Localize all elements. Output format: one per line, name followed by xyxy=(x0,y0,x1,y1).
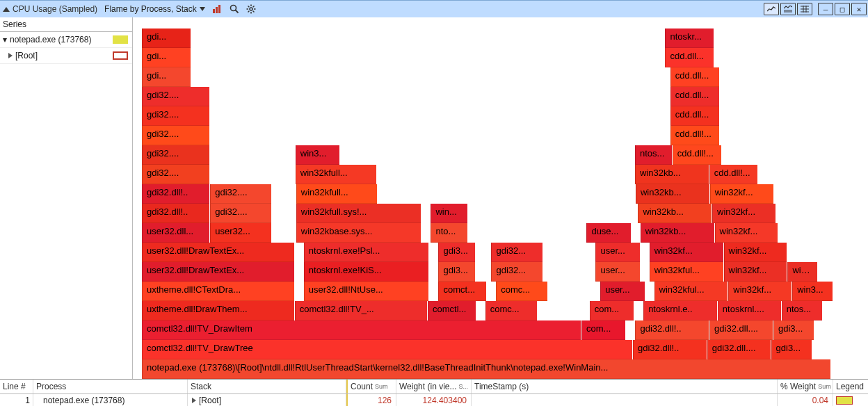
flame-frame[interactable]: win32kfull... xyxy=(296,165,376,184)
flame-frame[interactable]: uxtheme.dll!CTextDra... xyxy=(142,282,294,301)
flame-frame[interactable]: win... xyxy=(431,204,467,223)
flame-frame[interactable]: cdd.dll!... xyxy=(670,126,719,145)
preset-dropdown[interactable]: Flame by Process, Stack xyxy=(102,3,208,15)
flame-frame[interactable]: cdd.dll... xyxy=(670,67,719,87)
cell-stack[interactable]: [Root] xyxy=(188,394,346,407)
flame-frame[interactable]: gdi32.... xyxy=(142,145,209,165)
flame-frame[interactable]: win32kb... xyxy=(641,223,714,243)
flame-frame[interactable]: com... xyxy=(590,301,634,320)
flame-frame[interactable]: gdi32.... xyxy=(210,184,271,204)
flame-frame[interactable]: nto... xyxy=(431,223,467,243)
flame-frame[interactable]: ntoskr... xyxy=(665,29,714,48)
flame-frame[interactable]: gdi... xyxy=(142,48,191,67)
series-item-root[interactable]: [Root] xyxy=(0,48,132,64)
flame-frame[interactable]: win32kbase.sys... xyxy=(296,223,421,243)
table-row[interactable]: 1 notepad.exe (173768) [Root] 126 124.40… xyxy=(0,394,868,407)
flame-frame[interactable]: win32kf... xyxy=(710,184,773,204)
series-item-process[interactable]: ▾ notepad.exe (173768) xyxy=(0,32,132,48)
flame-frame[interactable]: gdi3... xyxy=(438,262,475,282)
flame-frame[interactable]: win32kful... xyxy=(650,262,723,282)
flame-frame[interactable]: comc... xyxy=(485,301,537,320)
flame-frame[interactable]: win32kb... xyxy=(635,165,709,184)
flame-frame[interactable]: gdi32.dll.... xyxy=(709,320,773,340)
flame-frame[interactable]: ntoskrnl.exe!KiS... xyxy=(304,262,429,282)
flame-frame[interactable]: ntoskrnl.... xyxy=(718,301,781,320)
flame-frame[interactable]: user32.dll... xyxy=(142,223,209,243)
flame-frame[interactable]: win32kb... xyxy=(638,204,712,223)
flame-frame[interactable]: comc... xyxy=(496,282,547,301)
col-line[interactable]: Line # xyxy=(0,380,33,393)
view-chart-table-icon[interactable] xyxy=(780,3,796,15)
flame-frame[interactable]: gdi32.dll!.. xyxy=(142,204,209,223)
flame-frame[interactable]: comctl32.dll!TV_DrawItem xyxy=(142,320,581,340)
collapse-triangle-icon[interactable] xyxy=(3,7,10,12)
flame-frame[interactable]: win32kf... xyxy=(715,223,778,243)
view-table-only-icon[interactable] xyxy=(797,3,812,15)
flame-frame[interactable]: comct... xyxy=(438,282,486,301)
flame-frame[interactable]: ntos... xyxy=(782,301,822,320)
flame-frame[interactable]: user32... xyxy=(210,223,271,243)
flame-frame[interactable]: gdi... xyxy=(142,29,191,48)
flame-frame[interactable]: user... xyxy=(595,262,639,282)
flame-frame[interactable]: win3... xyxy=(792,282,833,301)
flame-frame[interactable]: gdi32.... xyxy=(142,106,209,126)
flame-frame[interactable]: ntos... xyxy=(635,145,672,165)
flame-frame[interactable]: cdd.dll... xyxy=(665,48,714,67)
col-count[interactable]: CountSum xyxy=(346,380,396,393)
gear-icon[interactable] xyxy=(244,3,258,15)
flame-frame[interactable]: gdi32.... xyxy=(142,165,209,184)
flame-chart[interactable]: gdi...ntoskr...gdi...cdd.dll...gdi...cdd… xyxy=(133,17,868,379)
maximize-icon[interactable]: □ xyxy=(835,3,850,15)
flame-frame[interactable]: user32.dll!DrawTextEx... xyxy=(142,243,294,262)
col-stack[interactable]: Stack xyxy=(188,380,346,393)
flame-frame[interactable]: win... xyxy=(787,262,817,282)
flame-frame[interactable]: gdi32.dll!.. xyxy=(142,184,209,204)
flame-frame[interactable]: gdi32... xyxy=(491,262,542,282)
flame-frame[interactable]: gdi32.... xyxy=(210,204,271,223)
flame-frame[interactable]: gdi32.... xyxy=(142,126,209,145)
flame-frame[interactable]: comctl... xyxy=(428,301,476,320)
col-timestamp[interactable]: TimeStamp (s) xyxy=(472,380,778,393)
flame-frame[interactable]: comctl32.dll!TV_... xyxy=(295,301,427,320)
flame-frame[interactable]: win3... xyxy=(296,145,339,165)
flame-frame[interactable]: gdi3... xyxy=(438,243,475,262)
view-chart-only-icon[interactable] xyxy=(764,3,779,15)
minimize-icon[interactable]: — xyxy=(818,3,833,15)
flame-frame[interactable]: notepad.exe (173768)\[Root]\ntdll.dll!Rt… xyxy=(142,359,830,379)
flame-frame[interactable]: ntoskrnl.exe!Psl... xyxy=(304,243,429,262)
flame-frame[interactable]: win32kf... xyxy=(712,204,775,223)
flame-frame[interactable]: win32kfull... xyxy=(296,184,377,204)
flame-frame[interactable]: user32.dll!NtUse... xyxy=(304,282,429,301)
flame-frame[interactable]: com... xyxy=(581,320,625,340)
flame-frame[interactable]: user... xyxy=(600,282,644,301)
flame-frame[interactable]: cdd.dll!... xyxy=(709,165,758,184)
flame-frame[interactable]: gdi32.... xyxy=(142,87,209,106)
flame-frame[interactable]: gdi3... xyxy=(771,340,812,359)
col-legend[interactable]: Legend xyxy=(833,380,868,393)
flame-frame[interactable]: cdd.dll... xyxy=(670,106,719,126)
flame-frame[interactable]: win32kb... xyxy=(636,184,709,204)
search-icon[interactable] xyxy=(227,3,241,15)
flame-frame[interactable]: win32kf... xyxy=(650,243,723,262)
flame-frame[interactable]: ntoskrnl.e.. xyxy=(643,301,717,320)
flame-frame[interactable]: gdi32.dll!.. xyxy=(633,340,707,359)
close-icon[interactable]: ✕ xyxy=(851,3,867,15)
flame-frame[interactable]: user... xyxy=(595,243,639,262)
flame-frame[interactable]: gdi3... xyxy=(773,320,814,340)
flame-frame[interactable]: win32kful... xyxy=(654,282,728,301)
flame-frame[interactable]: duse... xyxy=(586,223,630,243)
flame-frame[interactable]: user32.dll!DrawTextEx... xyxy=(142,262,294,282)
flame-frame[interactable]: gdi... xyxy=(142,67,191,87)
flame-frame[interactable]: gdi32.dll.... xyxy=(707,340,771,359)
flame-frame[interactable]: uxtheme.dll!DrawThem... xyxy=(142,301,294,320)
flame-frame[interactable]: comctl32.dll!TV_DrawTree xyxy=(142,340,632,359)
flame-frame[interactable]: win32kfull.sys!... xyxy=(296,204,421,223)
flame-frame[interactable]: cdd.dll!... xyxy=(673,145,721,165)
col-process[interactable]: Process xyxy=(33,380,188,393)
flame-frame[interactable]: win32kf... xyxy=(724,262,787,282)
flame-frame[interactable]: cdd.dll... xyxy=(670,87,719,106)
flame-frame[interactable]: win32kf... xyxy=(728,282,791,301)
flame-frame[interactable]: gdi32... xyxy=(491,243,542,262)
flame-frame[interactable]: gdi32.dll!.. xyxy=(635,320,709,340)
chart-icon[interactable] xyxy=(211,3,225,15)
